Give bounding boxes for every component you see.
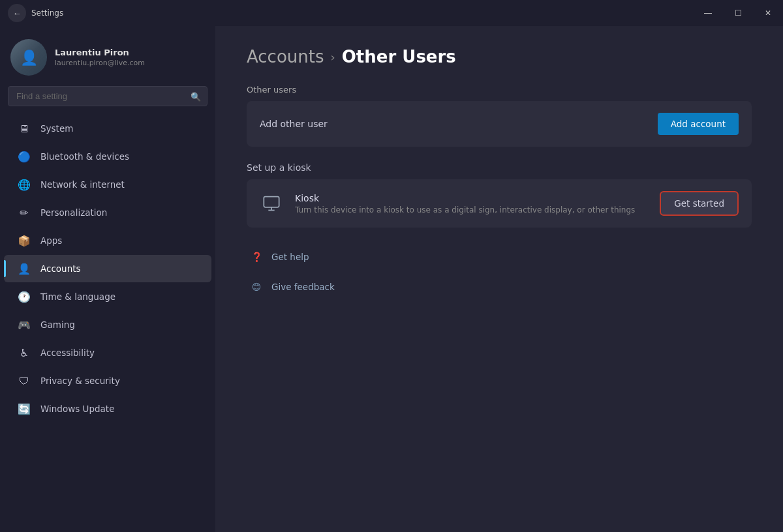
- sidebar-item-system[interactable]: 🖥 System: [4, 115, 211, 142]
- accounts-icon: 👤: [17, 261, 31, 276]
- time-icon: 🕐: [17, 289, 31, 304]
- breadcrumb-separator: ›: [331, 50, 335, 64]
- kiosk-card: Kiosk Turn this device into a kiosk to u…: [247, 179, 752, 228]
- search-box: 🔍: [8, 86, 207, 106]
- user-name: Laurentiu Piron: [55, 48, 205, 57]
- sidebar-item-accessibility-label: Accessibility: [40, 347, 95, 358]
- sidebar-nav: 🖥 System 🔵 Bluetooth & devices 🌐 Network…: [0, 114, 215, 423]
- get-started-button[interactable]: Get started: [660, 191, 739, 216]
- kiosk-icon: [260, 192, 283, 215]
- kiosk-info: Kiosk Turn this device into a kiosk to u…: [295, 193, 648, 214]
- sidebar-item-gaming-label: Gaming: [40, 319, 75, 330]
- user-info: Laurentiu Piron laurentiu.piron@live.com: [55, 48, 205, 67]
- avatar-image: 👤: [10, 39, 47, 76]
- get-help-label: Get help: [271, 252, 309, 262]
- sidebar-item-personalization[interactable]: ✏️ Personalization: [4, 199, 211, 226]
- kiosk-title: Kiosk: [295, 193, 648, 203]
- sidebar-item-network[interactable]: 🌐 Network & internet: [4, 171, 211, 198]
- breadcrumb-accounts[interactable]: Accounts: [247, 47, 324, 66]
- back-button[interactable]: ←: [8, 4, 26, 22]
- sidebar-item-apps-label: Apps: [40, 235, 62, 246]
- gaming-icon: 🎮: [17, 318, 31, 332]
- sidebar-item-update-label: Windows Update: [40, 404, 114, 414]
- feedback-icon: 😊: [249, 280, 264, 294]
- titlebar-title: Settings: [31, 8, 63, 18]
- add-user-card: Add other user Add account: [247, 101, 752, 147]
- close-button[interactable]: ✕: [753, 0, 783, 26]
- breadcrumb-current: Other Users: [342, 47, 456, 66]
- personalization-icon: ✏️: [17, 205, 31, 220]
- sidebar-item-accounts[interactable]: 👤 Accounts: [4, 255, 211, 282]
- avatar: 👤: [10, 39, 47, 76]
- sidebar-item-bluetooth[interactable]: 🔵 Bluetooth & devices: [4, 143, 211, 170]
- add-user-label: Add other user: [260, 119, 328, 129]
- sidebar-item-time[interactable]: 🕐 Time & language: [4, 283, 211, 310]
- accessibility-icon: ♿: [17, 346, 31, 360]
- system-icon: 🖥: [17, 121, 31, 136]
- svg-rect-0: [264, 197, 279, 207]
- sidebar-item-update[interactable]: 🔄 Windows Update: [4, 395, 211, 422]
- help-icon: ❓: [249, 250, 264, 264]
- window-controls: — ☐ ✕: [693, 0, 783, 26]
- sidebar-item-system-label: System: [40, 123, 73, 134]
- sidebar-item-gaming[interactable]: 🎮 Gaming: [4, 311, 211, 338]
- kiosk-section-label: Set up a kiosk: [247, 162, 752, 173]
- main-content: Accounts › Other Users Other users Add o…: [215, 26, 783, 532]
- titlebar: ← Settings — ☐ ✕: [0, 0, 783, 26]
- bottom-links: ❓ Get help 😊 Give feedback: [247, 243, 752, 301]
- sidebar-item-bluetooth-label: Bluetooth & devices: [40, 151, 129, 162]
- minimize-button[interactable]: —: [693, 0, 723, 26]
- network-icon: 🌐: [17, 177, 31, 192]
- apps-icon: 📦: [17, 233, 31, 248]
- search-icon: 🔍: [191, 91, 201, 101]
- sidebar-item-apps[interactable]: 📦 Apps: [4, 227, 211, 254]
- give-feedback-label: Give feedback: [271, 282, 335, 292]
- add-account-button[interactable]: Add account: [658, 113, 739, 135]
- sidebar-item-accessibility[interactable]: ♿ Accessibility: [4, 339, 211, 366]
- maximize-button[interactable]: ☐: [723, 0, 753, 26]
- breadcrumb: Accounts › Other Users: [247, 47, 752, 66]
- kiosk-description: Turn this device into a kiosk to use as …: [295, 205, 648, 214]
- sidebar-item-privacy[interactable]: 🛡 Privacy & security: [4, 367, 211, 394]
- sidebar: 👤 Laurentiu Piron laurentiu.piron@live.c…: [0, 26, 215, 532]
- other-users-section-label: Other users: [247, 85, 752, 95]
- app-body: 👤 Laurentiu Piron laurentiu.piron@live.c…: [0, 26, 783, 532]
- sidebar-item-accounts-label: Accounts: [40, 263, 81, 274]
- update-icon: 🔄: [17, 402, 31, 416]
- add-user-row: Add other user Add account: [247, 101, 752, 147]
- sidebar-item-personalization-label: Personalization: [40, 207, 107, 218]
- get-help-link[interactable]: ❓ Get help: [247, 243, 752, 271]
- user-email: laurentiu.piron@live.com: [55, 59, 205, 67]
- sidebar-item-privacy-label: Privacy & security: [40, 376, 120, 386]
- user-profile: 👤 Laurentiu Piron laurentiu.piron@live.c…: [0, 26, 215, 86]
- privacy-icon: 🛡: [17, 374, 31, 388]
- bluetooth-icon: 🔵: [17, 149, 31, 164]
- sidebar-item-time-label: Time & language: [40, 291, 115, 302]
- sidebar-item-network-label: Network & internet: [40, 179, 125, 190]
- search-input[interactable]: [8, 86, 207, 106]
- give-feedback-link[interactable]: 😊 Give feedback: [247, 273, 752, 301]
